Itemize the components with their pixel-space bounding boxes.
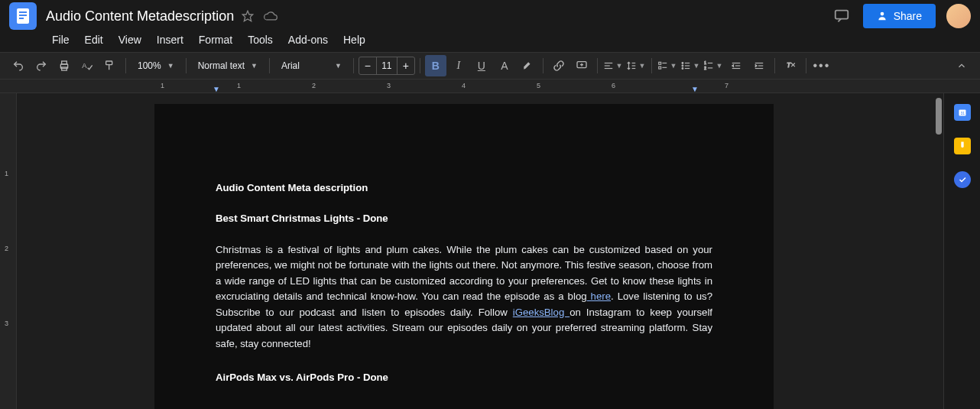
doc-heading-2b: AirPods Max vs. AirPods Pro - Done	[216, 370, 712, 385]
menubar: File Edit View Insert Format Tools Add-o…	[0, 28, 980, 52]
vertical-ruler[interactable]: 1 2 3	[0, 93, 17, 409]
italic-icon[interactable]: I	[448, 55, 469, 76]
left-indent-marker[interactable]: ▼	[213, 85, 220, 93]
line-spacing-icon[interactable]: ▼	[625, 55, 647, 76]
svg-marker-4	[242, 11, 252, 21]
calendar-icon[interactable]: 31	[954, 104, 971, 121]
svg-point-27	[682, 68, 683, 70]
bold-icon[interactable]: B	[425, 55, 446, 76]
horizontal-ruler[interactable]: 1 ▼ 1 2 3 4 5 6 ▼ 7	[0, 80, 980, 93]
svg-rect-8	[62, 61, 67, 64]
side-panel: 31	[943, 93, 980, 409]
document-page[interactable]: Audio Content Meta description Best Smar…	[154, 104, 774, 409]
decrease-indent-icon[interactable]	[725, 55, 747, 76]
menu-insert[interactable]: Insert	[151, 31, 190, 49]
paint-format-icon[interactable]	[99, 55, 121, 76]
svg-text:2: 2	[705, 67, 707, 70]
svg-rect-3	[19, 18, 24, 19]
increase-font-icon[interactable]: +	[398, 60, 414, 72]
star-icon[interactable]	[242, 10, 254, 22]
menu-format[interactable]: Format	[193, 31, 239, 49]
decrease-font-icon[interactable]: −	[359, 60, 376, 72]
svg-text:A: A	[82, 62, 87, 70]
comments-icon[interactable]	[831, 5, 852, 27]
svg-rect-5	[835, 11, 848, 19]
svg-rect-21	[659, 67, 661, 69]
doc-heading-1: Audio Content Meta description	[216, 180, 712, 196]
font-size-stepper[interactable]: − 11 +	[359, 57, 415, 75]
insert-link-icon[interactable]	[548, 55, 570, 76]
tasks-icon[interactable]	[954, 171, 971, 188]
svg-rect-19	[659, 62, 661, 64]
link-igeeksblog[interactable]: iGeeksBlog	[513, 307, 570, 318]
font-size-value[interactable]: 11	[376, 57, 398, 74]
menu-edit[interactable]: Edit	[79, 31, 109, 49]
link-here[interactable]: here	[587, 291, 611, 302]
paragraph-style-select[interactable]: Normal text▼	[191, 56, 264, 76]
svg-point-23	[682, 63, 683, 64]
text-color-icon[interactable]: A	[494, 55, 515, 76]
checklist-icon[interactable]: ▼	[657, 55, 678, 76]
keep-icon[interactable]	[954, 138, 971, 154]
font-family-select[interactable]: Arial▼	[274, 56, 349, 76]
right-indent-marker[interactable]: ▼	[691, 85, 699, 93]
print-icon[interactable]	[54, 55, 75, 76]
increase-indent-icon[interactable]	[748, 55, 770, 76]
document-canvas[interactable]: Audio Content Meta description Best Smar…	[17, 93, 943, 409]
menu-file[interactable]: File	[46, 31, 76, 49]
highlight-icon[interactable]	[517, 55, 538, 76]
zoom-select[interactable]: 100%▼	[131, 56, 181, 76]
hide-menus-icon[interactable]	[951, 55, 972, 76]
doc-heading-2a: Best Smart Christmas Lights - Done	[216, 211, 712, 226]
menu-addons[interactable]: Add-ons	[282, 31, 334, 49]
undo-icon[interactable]	[8, 55, 29, 76]
share-label: Share	[894, 10, 922, 22]
align-icon[interactable]: ▼	[602, 55, 624, 76]
redo-icon[interactable]	[31, 55, 52, 76]
menu-view[interactable]: View	[112, 31, 148, 49]
svg-text:1: 1	[705, 61, 707, 65]
bullet-list-icon[interactable]: ▼	[680, 55, 701, 76]
clear-formatting-icon[interactable]: T	[780, 55, 801, 76]
svg-rect-2	[19, 15, 27, 16]
doc-paragraph-1: Christmas is a festival of lights and pl…	[216, 242, 712, 352]
share-button[interactable]: Share	[863, 4, 936, 28]
svg-text:T: T	[787, 62, 791, 69]
svg-rect-11	[106, 61, 112, 65]
menu-tools[interactable]: Tools	[242, 31, 279, 49]
toolbar: A 100%▼ Normal text▼ Arial▼ − 11 + B I U…	[0, 52, 980, 80]
add-comment-icon[interactable]	[571, 55, 592, 76]
docs-home-icon[interactable]	[9, 2, 37, 30]
numbered-list-icon[interactable]: 12▼	[703, 55, 724, 76]
account-avatar[interactable]	[946, 4, 971, 28]
svg-point-25	[682, 65, 683, 67]
menu-help[interactable]: Help	[337, 31, 372, 49]
underline-icon[interactable]: U	[471, 55, 492, 76]
document-title[interactable]: Audio Content Metadescription	[46, 8, 234, 24]
spellcheck-icon[interactable]: A	[76, 55, 98, 76]
svg-text:31: 31	[960, 111, 965, 115]
svg-point-6	[880, 12, 884, 16]
more-tools-icon[interactable]: •••	[811, 55, 832, 76]
svg-rect-1	[19, 11, 27, 13]
cloud-saved-icon[interactable]	[263, 10, 278, 22]
vertical-scrollbar[interactable]	[936, 98, 942, 135]
